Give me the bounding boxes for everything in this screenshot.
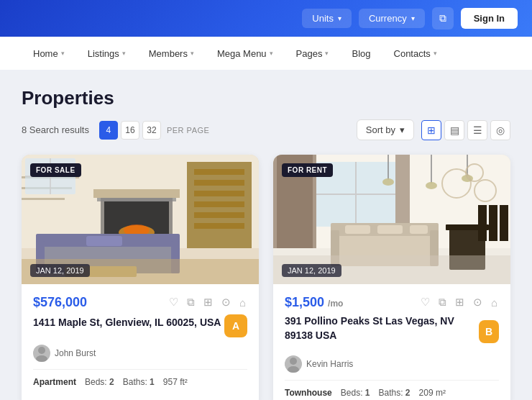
svg-point-29 — [36, 355, 47, 362]
map-pin-button-a[interactable]: ⊙ — [220, 294, 232, 310]
map-pin-button-b[interactable]: ⊙ — [472, 294, 484, 310]
view-icons: ⊞ ▤ ☰ ◎ — [421, 120, 510, 140]
agent-info-row-a: John Burst — [33, 345, 247, 362]
compare-button-a[interactable]: ⧉ — [185, 294, 196, 310]
nav-blog-label: Blog — [352, 48, 370, 59]
units-dropdown[interactable]: Units ▾ — [302, 9, 352, 28]
price-actions-a: ♡ ⧉ ⊞ ⊙ ⌂ — [168, 294, 247, 310]
copy-button[interactable]: ⧉ — [432, 7, 454, 29]
favorite-button-b[interactable]: ♡ — [419, 294, 431, 310]
nav-listings[interactable]: Listings ▾ — [76, 38, 137, 69]
agent-badge-a: A — [224, 314, 247, 337]
nav-listings-chevron-icon: ▾ — [122, 50, 126, 57]
units-label: Units — [312, 13, 334, 24]
gallery-button-b[interactable]: ⊞ — [454, 294, 466, 310]
svg-point-60 — [290, 358, 297, 365]
nav-blog[interactable]: Blog — [340, 38, 382, 69]
baths-label-a: Baths: 1 — [123, 377, 155, 387]
svg-rect-50 — [410, 225, 428, 234]
gallery-button-a[interactable]: ⊞ — [202, 294, 214, 310]
for-rent-badge: FOR RENT — [282, 163, 333, 177]
prop-meta-b: Townhouse Beds: 1 Baths: 2 209 m² — [285, 380, 499, 398]
nav-members[interactable]: Members ▾ — [137, 38, 206, 69]
per-page-4[interactable]: 4 — [99, 121, 118, 140]
agent-avatar-b — [285, 355, 302, 373]
nav-pages[interactable]: Pages ▾ — [285, 38, 341, 69]
agent-badge-b: B — [479, 320, 499, 343]
per-page-group: 4 16 32 PER PAGE — [99, 121, 209, 140]
nav-listings-label: Listings — [88, 48, 119, 59]
svg-rect-54 — [489, 205, 497, 241]
units-chevron-icon: ▾ — [338, 14, 341, 22]
favorite-button-a[interactable]: ♡ — [168, 294, 180, 310]
signin-button[interactable]: Sign In — [461, 8, 518, 29]
home-button-b[interactable]: ⌂ — [490, 295, 499, 310]
agent-row-b: 391 Pollino Peaks St Las Vegas, NV 89138… — [285, 314, 499, 348]
nav-mega-menu-chevron-icon: ▾ — [270, 50, 273, 57]
avatar-icon-a — [33, 345, 50, 362]
baths-label-b: Baths: 2 — [379, 388, 411, 398]
prop-type-a: Apartment — [33, 377, 76, 387]
agent-avatar-a — [33, 345, 50, 362]
currency-label: Currency — [369, 13, 407, 24]
for-sale-badge: FOR SALE — [30, 163, 81, 177]
per-page-32[interactable]: 32 — [142, 121, 161, 140]
per-page-label: PER PAGE — [167, 126, 209, 135]
grid-view-button[interactable]: ⊞ — [421, 120, 441, 140]
nav-mega-menu-label: Mega Menu — [217, 48, 267, 59]
list-view-button[interactable]: ▤ — [444, 120, 464, 140]
compact-view-icon: ☰ — [473, 124, 482, 136]
nav-members-chevron-icon: ▾ — [191, 50, 194, 57]
header-top: Units ▾ Currency ▾ ⧉ Sign In — [0, 0, 532, 37]
price-unit-b: /mo — [328, 299, 343, 309]
card-body-a: $576,000 ♡ ⧉ ⊞ ⊙ ⌂ 1411 Maple St, Glenvi… — [22, 284, 259, 397]
agent-info-row-b: Kevin Harris — [285, 355, 499, 373]
beds-label-a: Beds: 2 — [85, 377, 114, 387]
nav-contacts[interactable]: Contacts ▾ — [382, 38, 449, 69]
area-a: 957 ft² — [163, 377, 188, 387]
svg-rect-19 — [86, 236, 122, 246]
listing-date-a: JAN 12, 2019 — [30, 264, 90, 277]
agent-info-a: 1411 Maple St, Glenview, IL 60025, USA — [33, 316, 221, 336]
price-row-b: $1,500 /mo ♡ ⧉ ⊞ ⊙ ⌂ — [285, 294, 499, 310]
nav-bar: Home ▾ Listings ▾ Members ▾ Mega Menu ▾ … — [0, 37, 532, 70]
map-view-icon: ◎ — [496, 124, 505, 136]
avatar-icon-b — [285, 355, 302, 373]
currency-dropdown[interactable]: Currency ▾ — [359, 9, 425, 28]
compact-view-button[interactable]: ☰ — [467, 120, 487, 140]
svg-rect-6 — [194, 201, 244, 207]
sort-by-label: Sort by — [366, 124, 395, 135]
currency-chevron-icon: ▾ — [411, 14, 415, 22]
prop-type-b: Townhouse — [285, 388, 332, 398]
svg-rect-24 — [22, 198, 65, 200]
results-left: 8 Search results 4 16 32 PER PAGE — [22, 121, 209, 140]
svg-point-41 — [426, 182, 437, 189]
address-a: 1411 Maple St, Glenview, IL 60025, USA — [33, 316, 221, 330]
nav-pages-chevron-icon: ▾ — [325, 50, 329, 57]
nav-home[interactable]: Home ▾ — [22, 38, 76, 69]
agent-name-a: John Burst — [55, 348, 96, 358]
svg-rect-55 — [500, 205, 508, 241]
copy-icon: ⧉ — [439, 12, 446, 24]
card-image-wrap-b: FOR RENT JAN 12, 2019 — [273, 155, 510, 284]
agent-row-a: 1411 Maple St, Glenview, IL 60025, USA A — [33, 314, 247, 337]
price-row-a: $576,000 ♡ ⧉ ⊞ ⊙ ⌂ — [33, 294, 247, 310]
main-content: Properties 8 Search results 4 16 32 PER … — [0, 70, 532, 400]
price-actions-b: ♡ ⧉ ⊞ ⊙ ⌂ — [419, 294, 499, 310]
svg-point-39 — [382, 178, 394, 186]
property-card-a: FOR SALE JAN 12, 2019 $576,000 ♡ ⧉ ⊞ ⊙ ⌂ — [22, 155, 259, 400]
home-button-a[interactable]: ⌂ — [238, 295, 247, 310]
signin-label: Sign In — [474, 13, 505, 24]
nav-contacts-label: Contacts — [394, 48, 431, 59]
svg-point-28 — [38, 347, 45, 354]
svg-rect-3 — [194, 169, 244, 175]
listing-date-b: JAN 12, 2019 — [282, 264, 341, 277]
nav-mega-menu[interactable]: Mega Menu ▾ — [206, 38, 285, 69]
svg-rect-53 — [478, 205, 487, 241]
svg-rect-49 — [377, 225, 403, 234]
sort-by-button[interactable]: Sort by ▾ — [357, 119, 414, 140]
map-view-button[interactable]: ◎ — [490, 120, 510, 140]
svg-rect-5 — [194, 191, 244, 196]
compare-button-b[interactable]: ⧉ — [437, 294, 448, 310]
per-page-16[interactable]: 16 — [121, 121, 139, 140]
